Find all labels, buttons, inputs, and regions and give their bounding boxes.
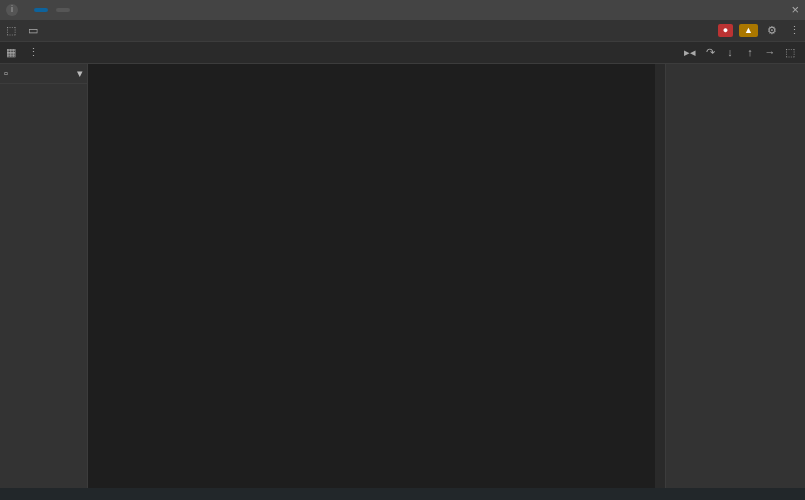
debug-sidebar (665, 64, 805, 488)
error-badge[interactable]: ● (718, 24, 733, 38)
navigator-toggle-icon[interactable]: ▦ (0, 45, 22, 59)
switch-language-button[interactable] (56, 8, 70, 12)
step-icon[interactable]: → (763, 46, 777, 60)
line-gutter (88, 64, 110, 488)
scrollbar[interactable] (655, 64, 665, 488)
status-bar (0, 488, 805, 500)
deactivate-bp-icon[interactable]: ⬚ (783, 46, 797, 60)
devtools-tabs: ⬚ ▭ ● ▲ ⚙ ⋮ (0, 20, 805, 42)
warning-badge[interactable]: ▲ (739, 24, 758, 38)
more-icon[interactable]: ⋮ (783, 23, 805, 37)
code-editor[interactable] (110, 64, 655, 488)
pause-icon[interactable]: ▸◂ (683, 46, 697, 60)
info-icon: i (6, 4, 18, 16)
step-over-icon[interactable]: ↷ (703, 46, 717, 60)
debug-controls: ▸◂ ↷ ↓ ↑ → ⬚ (683, 46, 805, 60)
settings-icon[interactable]: ⚙ (761, 23, 783, 37)
inspect-icon[interactable]: ⬚ (0, 23, 22, 37)
step-in-icon[interactable]: ↓ (723, 46, 737, 60)
match-language-button[interactable] (34, 8, 48, 12)
navigator-top[interactable]: ▫▾ (0, 64, 87, 84)
file-navigator: ▫▾ (0, 64, 88, 488)
device-icon[interactable]: ▭ (22, 23, 44, 37)
more-files-icon[interactable]: ⋮ (22, 45, 44, 59)
close-banner-icon[interactable]: × (791, 2, 799, 19)
step-out-icon[interactable]: ↑ (743, 46, 757, 60)
language-banner: i × (0, 0, 805, 20)
source-file-tabs: ▦ ⋮ ▸◂ ↷ ↓ ↑ → ⬚ (0, 42, 805, 64)
